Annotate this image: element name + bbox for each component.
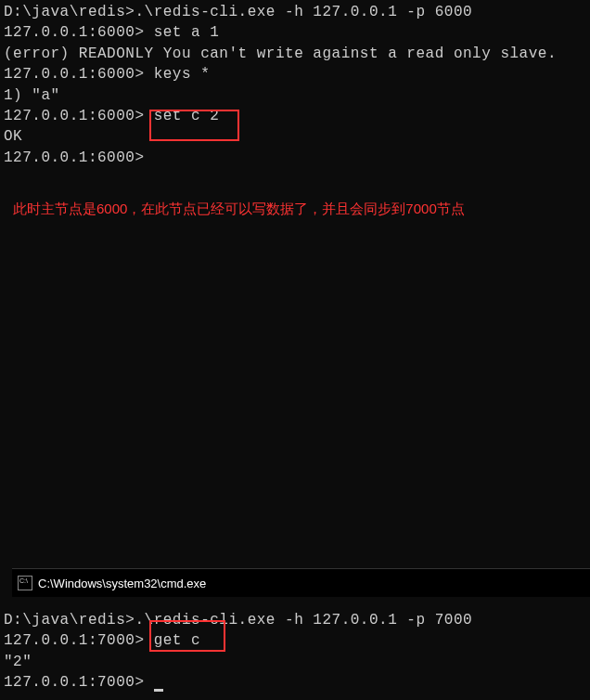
terminal-line: D:\java\redis>.\redis-cli.exe -h 127.0.0… [4,2,586,22]
terminal-line: "2" [4,652,472,672]
terminal-line: 1) "a" [4,85,586,106]
terminal-line: 127.0.0.1:6000> [4,148,586,168]
titlebar-text: C:\Windows\system32\cmd.exe [38,577,206,590]
terminal-line: (error) READONLY You can't write against… [4,44,586,64]
terminal-line: 127.0.0.1:6000> set c 2 [4,106,586,126]
terminal-line: OK [4,126,586,147]
highlight-box-set-command [149,110,239,141]
terminal-window-bottom[interactable]: D:\java\redis>.\redis-cli.exe -h 127.0.0… [4,610,472,694]
cmd-icon [18,576,32,590]
cursor [154,689,163,692]
terminal-line: 127.0.0.1:7000> get c [4,630,472,651]
terminal-line: 127.0.0.1:7000> [4,672,472,693]
annotation-text: 此时主节点是6000，在此节点已经可以写数据了，并且会同步到7000节点 [13,201,465,218]
terminal-line: 127.0.0.1:6000> set a 1 [4,22,586,43]
terminal-window-top[interactable]: D:\java\redis>.\redis-cli.exe -h 127.0.0… [0,0,590,531]
prompt-text: 127.0.0.1:7000> [4,674,154,691]
highlight-box-get-command [149,620,225,652]
terminal-line: D:\java\redis>.\redis-cli.exe -h 127.0.0… [4,610,472,630]
terminal-line: 127.0.0.1:6000> keys * [4,64,586,84]
cmd-titlebar[interactable]: C:\Windows\system32\cmd.exe [12,568,590,597]
